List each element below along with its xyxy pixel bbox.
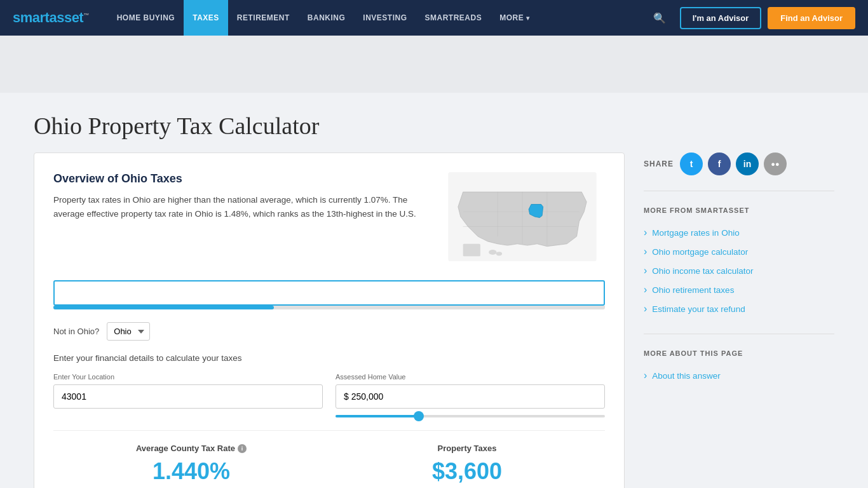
logo-text: smartasset™ bbox=[13, 10, 89, 26]
results-row: Average County Tax Rate i 1.440% Propert… bbox=[53, 430, 605, 485]
svg-point-7 bbox=[489, 250, 496, 255]
sidebar-link-income-tax[interactable]: Ohio income tax calculator bbox=[644, 261, 834, 280]
slider-fill bbox=[336, 415, 416, 417]
nav-link-retirement[interactable]: RETIREMENT bbox=[228, 0, 299, 36]
more-about-heading: MORE ABOUT THIS PAGE bbox=[644, 349, 834, 357]
nav-link-homebuying[interactable]: HOME BUYING bbox=[108, 0, 184, 36]
nav-item-retirement[interactable]: RETIREMENT bbox=[228, 0, 299, 36]
nav-link-more[interactable]: MORE ▾ bbox=[491, 0, 539, 36]
financial-label: Enter your financial details to calculat… bbox=[53, 353, 605, 363]
find-advisor-button[interactable]: Find an Advisor bbox=[768, 7, 855, 29]
location-input[interactable] bbox=[53, 384, 323, 409]
logo[interactable]: smartasset™ bbox=[13, 10, 89, 26]
banner-ad bbox=[0, 36, 868, 93]
info-icon-tax-rate[interactable]: i bbox=[238, 444, 247, 453]
nav-buttons: I'm an Advisor Find an Advisor bbox=[680, 7, 855, 29]
home-value-label: Assessed Home Value bbox=[336, 373, 605, 381]
nav-link-investing[interactable]: INVESTING bbox=[354, 0, 416, 36]
home-value-input[interactable] bbox=[336, 384, 605, 409]
not-ohio-row: Not in Ohio? Ohio bbox=[53, 322, 605, 341]
progress-bar-container bbox=[53, 280, 605, 309]
overview-section: Overview of Ohio Taxes Property tax rate… bbox=[53, 172, 605, 261]
location-label: Enter Your Location bbox=[53, 373, 323, 381]
share-section: SHARE t f in ●● bbox=[644, 152, 834, 191]
share-row: SHARE t f in ●● bbox=[644, 152, 834, 175]
content-layout: Overview of Ohio Taxes Property tax rate… bbox=[34, 152, 834, 488]
sidebar: SHARE t f in ●● MORE FROM SMARTASSET Mor… bbox=[644, 152, 834, 385]
share-label: SHARE bbox=[644, 159, 674, 168]
progress-fill bbox=[53, 306, 274, 309]
avg-tax-rate-value: 1.440% bbox=[53, 458, 329, 485]
overview-desc: Property tax rates in Ohio are higher th… bbox=[53, 193, 427, 220]
search-icon[interactable]: 🔍 bbox=[646, 12, 674, 24]
chevron-down-icon: ▾ bbox=[526, 15, 530, 22]
overview-title: Overview of Ohio Taxes bbox=[53, 172, 427, 186]
page-content: Ohio Property Tax Calculator Overview of… bbox=[21, 93, 847, 488]
linkedin-share-button[interactable]: in bbox=[736, 152, 759, 175]
sidebar-link-mortgage-calculator[interactable]: Ohio mortgage calculator bbox=[644, 242, 834, 261]
sidebar-link-tax-refund[interactable]: Estimate your tax refund bbox=[644, 299, 834, 318]
more-from-heading: MORE FROM SMARTASSET bbox=[644, 207, 834, 214]
nav-item-taxes[interactable]: TAXES bbox=[184, 0, 228, 36]
avg-tax-rate-item: Average County Tax Rate i 1.440% bbox=[53, 444, 329, 485]
nav-item-more[interactable]: MORE ▾ bbox=[491, 0, 539, 36]
nav-link-smartreads[interactable]: SMARTREADS bbox=[416, 0, 491, 36]
avg-tax-rate-label: Average County Tax Rate i bbox=[53, 444, 329, 453]
map-container bbox=[440, 172, 605, 261]
more-about-section: MORE ABOUT THIS PAGE About this answer bbox=[644, 349, 834, 385]
svg-rect-6 bbox=[463, 244, 480, 256]
us-map bbox=[446, 172, 599, 261]
input-row: Enter Your Location Assessed Home Value bbox=[53, 373, 605, 417]
nav-item-banking[interactable]: BANKING bbox=[299, 0, 355, 36]
slider-track bbox=[336, 415, 605, 417]
location-group: Enter Your Location bbox=[53, 373, 323, 409]
property-taxes-item: Property Taxes $3,600 bbox=[329, 444, 605, 485]
main-card: Overview of Ohio Taxes Property tax rate… bbox=[34, 152, 625, 488]
slider-thumb[interactable] bbox=[414, 411, 424, 421]
progress-input[interactable] bbox=[53, 280, 605, 306]
more-from-section: MORE FROM SMARTASSET Mortgage rates in O… bbox=[644, 207, 834, 334]
sidebar-link-about-answer[interactable]: About this answer bbox=[644, 366, 834, 385]
twitter-share-button[interactable]: t bbox=[680, 152, 703, 175]
nav-item-smartreads[interactable]: SMARTREADS bbox=[416, 0, 491, 36]
home-value-group: Assessed Home Value bbox=[336, 373, 605, 417]
overview-text: Overview of Ohio Taxes Property tax rate… bbox=[53, 172, 427, 220]
property-taxes-label: Property Taxes bbox=[329, 444, 605, 453]
page-title: Ohio Property Tax Calculator bbox=[34, 112, 834, 140]
svg-point-8 bbox=[496, 252, 502, 255]
sidebar-link-mortgage-rates[interactable]: Mortgage rates in Ohio bbox=[644, 223, 834, 242]
progress-input-container bbox=[53, 280, 605, 309]
nav-item-homebuying[interactable]: HOME BUYING bbox=[108, 0, 184, 36]
nav-item-investing[interactable]: INVESTING bbox=[354, 0, 416, 36]
facebook-share-button[interactable]: f bbox=[708, 152, 731, 175]
sidebar-link-retirement-taxes[interactable]: Ohio retirement taxes bbox=[644, 280, 834, 299]
not-ohio-label: Not in Ohio? bbox=[53, 327, 99, 336]
nav-link-taxes[interactable]: TAXES bbox=[184, 0, 228, 36]
im-advisor-button[interactable]: I'm an Advisor bbox=[680, 7, 762, 29]
navigation: smartasset™ HOME BUYING TAXES RETIREMENT… bbox=[0, 0, 868, 36]
property-taxes-value: $3,600 bbox=[329, 458, 605, 485]
slider-container bbox=[336, 415, 605, 417]
reddit-share-button[interactable]: ●● bbox=[764, 152, 787, 175]
nav-links: HOME BUYING TAXES RETIREMENT BANKING INV… bbox=[108, 0, 646, 36]
nav-link-banking[interactable]: BANKING bbox=[299, 0, 355, 36]
state-select[interactable]: Ohio bbox=[107, 322, 150, 341]
